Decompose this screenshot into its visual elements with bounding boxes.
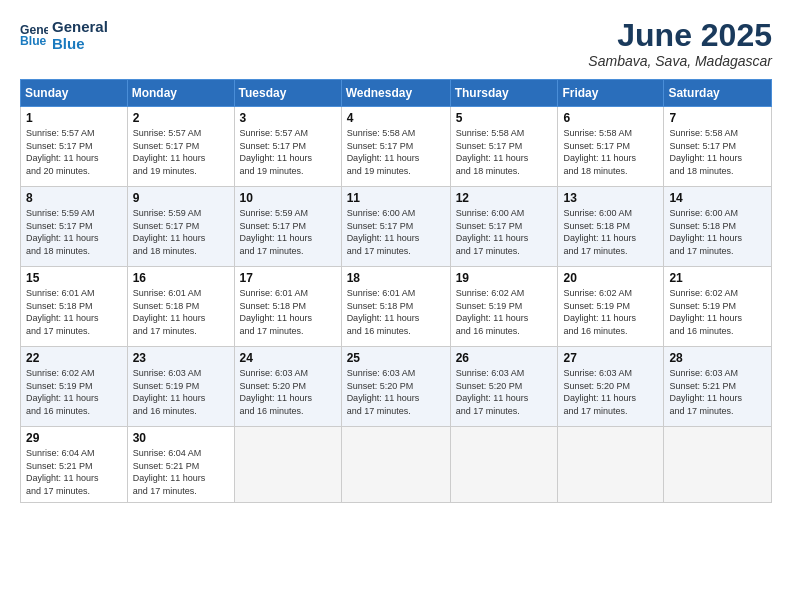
table-row: 30Sunrise: 6:04 AMSunset: 5:21 PMDayligh… (127, 427, 234, 502)
day-info: Sunrise: 5:58 AMSunset: 5:17 PMDaylight:… (347, 127, 445, 177)
table-row: 23Sunrise: 6:03 AMSunset: 5:19 PMDayligh… (127, 347, 234, 427)
day-number: 5 (456, 111, 553, 125)
header: General Blue General Blue June 2025 Samb… (20, 18, 772, 69)
day-number: 7 (669, 111, 766, 125)
logo: General Blue General Blue (20, 18, 108, 53)
table-row: 6Sunrise: 5:58 AMSunset: 5:17 PMDaylight… (558, 107, 664, 187)
logo-line1: General (52, 18, 108, 35)
table-row: 24Sunrise: 6:03 AMSunset: 5:20 PMDayligh… (234, 347, 341, 427)
day-number: 24 (240, 351, 336, 365)
day-number: 4 (347, 111, 445, 125)
table-row (234, 427, 341, 502)
table-row: 27Sunrise: 6:03 AMSunset: 5:20 PMDayligh… (558, 347, 664, 427)
day-number: 8 (26, 191, 122, 205)
table-row: 21Sunrise: 6:02 AMSunset: 5:19 PMDayligh… (664, 267, 772, 347)
day-number: 23 (133, 351, 229, 365)
table-row: 13Sunrise: 6:00 AMSunset: 5:18 PMDayligh… (558, 187, 664, 267)
table-row (664, 427, 772, 502)
location: Sambava, Sava, Madagascar (588, 53, 772, 69)
col-wednesday: Wednesday (341, 80, 450, 107)
col-saturday: Saturday (664, 80, 772, 107)
day-number: 18 (347, 271, 445, 285)
day-number: 27 (563, 351, 658, 365)
day-number: 12 (456, 191, 553, 205)
day-info: Sunrise: 5:58 AMSunset: 5:17 PMDaylight:… (669, 127, 766, 177)
table-row: 9Sunrise: 5:59 AMSunset: 5:17 PMDaylight… (127, 187, 234, 267)
day-info: Sunrise: 5:58 AMSunset: 5:17 PMDaylight:… (563, 127, 658, 177)
table-row: 18Sunrise: 6:01 AMSunset: 5:18 PMDayligh… (341, 267, 450, 347)
table-row: 8Sunrise: 5:59 AMSunset: 5:17 PMDaylight… (21, 187, 128, 267)
day-number: 22 (26, 351, 122, 365)
logo-icon: General Blue (20, 21, 48, 49)
table-row: 10Sunrise: 5:59 AMSunset: 5:17 PMDayligh… (234, 187, 341, 267)
col-tuesday: Tuesday (234, 80, 341, 107)
table-row: 11Sunrise: 6:00 AMSunset: 5:17 PMDayligh… (341, 187, 450, 267)
day-number: 20 (563, 271, 658, 285)
day-info: Sunrise: 6:00 AMSunset: 5:17 PMDaylight:… (347, 207, 445, 257)
page: General Blue General Blue June 2025 Samb… (0, 0, 792, 612)
day-number: 9 (133, 191, 229, 205)
day-number: 2 (133, 111, 229, 125)
table-row: 17Sunrise: 6:01 AMSunset: 5:18 PMDayligh… (234, 267, 341, 347)
day-info: Sunrise: 5:59 AMSunset: 5:17 PMDaylight:… (26, 207, 122, 257)
day-info: Sunrise: 6:02 AMSunset: 5:19 PMDaylight:… (563, 287, 658, 337)
table-row: 7Sunrise: 5:58 AMSunset: 5:17 PMDaylight… (664, 107, 772, 187)
table-row: 20Sunrise: 6:02 AMSunset: 5:19 PMDayligh… (558, 267, 664, 347)
day-info: Sunrise: 5:57 AMSunset: 5:17 PMDaylight:… (26, 127, 122, 177)
table-row (450, 427, 558, 502)
day-number: 17 (240, 271, 336, 285)
day-info: Sunrise: 6:01 AMSunset: 5:18 PMDaylight:… (240, 287, 336, 337)
table-row: 12Sunrise: 6:00 AMSunset: 5:17 PMDayligh… (450, 187, 558, 267)
col-sunday: Sunday (21, 80, 128, 107)
day-info: Sunrise: 6:04 AMSunset: 5:21 PMDaylight:… (26, 447, 122, 497)
col-thursday: Thursday (450, 80, 558, 107)
day-info: Sunrise: 6:00 AMSunset: 5:18 PMDaylight:… (563, 207, 658, 257)
day-number: 30 (133, 431, 229, 445)
table-row (341, 427, 450, 502)
day-info: Sunrise: 5:57 AMSunset: 5:17 PMDaylight:… (240, 127, 336, 177)
day-info: Sunrise: 6:01 AMSunset: 5:18 PMDaylight:… (347, 287, 445, 337)
table-row: 2Sunrise: 5:57 AMSunset: 5:17 PMDaylight… (127, 107, 234, 187)
day-number: 15 (26, 271, 122, 285)
day-number: 28 (669, 351, 766, 365)
day-info: Sunrise: 6:03 AMSunset: 5:21 PMDaylight:… (669, 367, 766, 417)
day-info: Sunrise: 5:59 AMSunset: 5:17 PMDaylight:… (240, 207, 336, 257)
day-number: 10 (240, 191, 336, 205)
table-row: 14Sunrise: 6:00 AMSunset: 5:18 PMDayligh… (664, 187, 772, 267)
table-row: 15Sunrise: 6:01 AMSunset: 5:18 PMDayligh… (21, 267, 128, 347)
table-row: 3Sunrise: 5:57 AMSunset: 5:17 PMDaylight… (234, 107, 341, 187)
day-number: 26 (456, 351, 553, 365)
day-number: 3 (240, 111, 336, 125)
day-number: 13 (563, 191, 658, 205)
day-number: 25 (347, 351, 445, 365)
table-row: 16Sunrise: 6:01 AMSunset: 5:18 PMDayligh… (127, 267, 234, 347)
table-row: 28Sunrise: 6:03 AMSunset: 5:21 PMDayligh… (664, 347, 772, 427)
day-info: Sunrise: 6:03 AMSunset: 5:20 PMDaylight:… (456, 367, 553, 417)
day-info: Sunrise: 6:03 AMSunset: 5:20 PMDaylight:… (347, 367, 445, 417)
table-row: 19Sunrise: 6:02 AMSunset: 5:19 PMDayligh… (450, 267, 558, 347)
title-block: June 2025 Sambava, Sava, Madagascar (588, 18, 772, 69)
day-info: Sunrise: 6:03 AMSunset: 5:20 PMDaylight:… (563, 367, 658, 417)
day-number: 14 (669, 191, 766, 205)
table-row (558, 427, 664, 502)
col-friday: Friday (558, 80, 664, 107)
day-info: Sunrise: 6:01 AMSunset: 5:18 PMDaylight:… (133, 287, 229, 337)
table-row: 4Sunrise: 5:58 AMSunset: 5:17 PMDaylight… (341, 107, 450, 187)
day-info: Sunrise: 6:02 AMSunset: 5:19 PMDaylight:… (26, 367, 122, 417)
svg-text:Blue: Blue (20, 35, 47, 49)
col-monday: Monday (127, 80, 234, 107)
day-info: Sunrise: 6:04 AMSunset: 5:21 PMDaylight:… (133, 447, 229, 497)
table-row: 26Sunrise: 6:03 AMSunset: 5:20 PMDayligh… (450, 347, 558, 427)
table-row: 25Sunrise: 6:03 AMSunset: 5:20 PMDayligh… (341, 347, 450, 427)
day-info: Sunrise: 6:00 AMSunset: 5:18 PMDaylight:… (669, 207, 766, 257)
table-row: 1Sunrise: 5:57 AMSunset: 5:17 PMDaylight… (21, 107, 128, 187)
day-number: 6 (563, 111, 658, 125)
calendar-header-row: Sunday Monday Tuesday Wednesday Thursday… (21, 80, 772, 107)
table-row: 5Sunrise: 5:58 AMSunset: 5:17 PMDaylight… (450, 107, 558, 187)
day-info: Sunrise: 5:59 AMSunset: 5:17 PMDaylight:… (133, 207, 229, 257)
day-info: Sunrise: 6:02 AMSunset: 5:19 PMDaylight:… (456, 287, 553, 337)
day-number: 11 (347, 191, 445, 205)
day-number: 19 (456, 271, 553, 285)
logo-line2: Blue (52, 35, 108, 52)
day-info: Sunrise: 6:02 AMSunset: 5:19 PMDaylight:… (669, 287, 766, 337)
